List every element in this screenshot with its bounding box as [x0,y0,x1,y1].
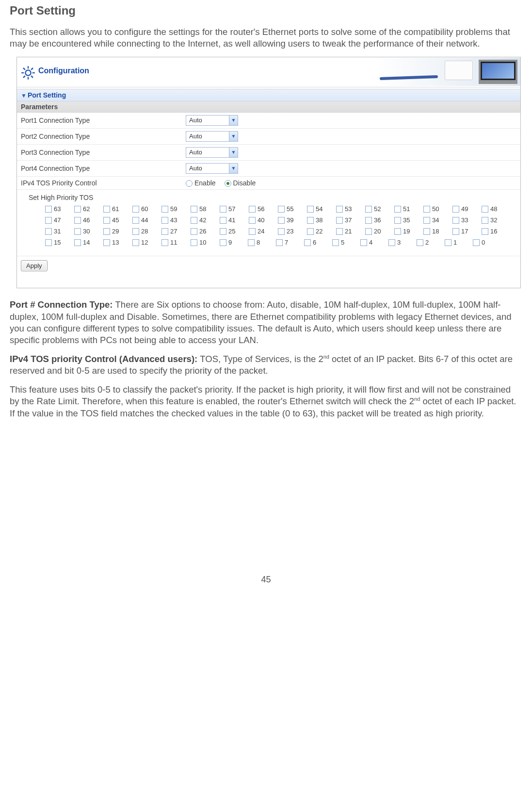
tos-checkbox-26[interactable]: 26 [191,228,220,235]
tos-checkbox-28[interactable]: 28 [132,228,161,235]
tos-value-label: 41 [228,216,235,224]
chevron-down-icon: ▼ [229,116,238,125]
tos-checkbox-3[interactable]: 3 [388,239,417,246]
checkbox-icon [249,206,256,213]
tos-checkbox-11[interactable]: 11 [161,239,191,246]
select-port4[interactable]: Auto ▼ [186,163,238,174]
tos-checkbox-20[interactable]: 20 [365,228,394,235]
tos-checkbox-55[interactable]: 55 [278,205,307,213]
checkbox-icon [307,228,314,235]
tos-checkbox-37[interactable]: 37 [336,216,365,224]
tos-checkbox-60[interactable]: 60 [132,205,161,213]
tos-checkbox-36[interactable]: 36 [365,216,394,224]
tos-checkbox-62[interactable]: 62 [74,205,103,213]
checkbox-icon [388,239,395,246]
tos-checkbox-40[interactable]: 40 [249,216,278,224]
tos-checkbox-47[interactable]: 47 [45,216,74,224]
tos-checkbox-35[interactable]: 35 [394,216,423,224]
tos-checkbox-13[interactable]: 13 [103,239,132,246]
tos-checkbox-52[interactable]: 52 [365,205,394,213]
tos-checkbox-27[interactable]: 27 [161,228,191,235]
tos-value-label: 18 [432,228,439,235]
tos-checkbox-38[interactable]: 38 [307,216,336,224]
tos-checkbox-8[interactable]: 8 [248,239,276,246]
tos-checkbox-50[interactable]: 50 [423,205,452,213]
tos-checkbox-57[interactable]: 57 [220,205,249,213]
tos-checkbox-25[interactable]: 25 [220,228,249,235]
label-port1: Port1 Connection Type [21,116,186,124]
tos-checkbox-16[interactable]: 16 [482,228,511,235]
checkbox-icon [103,217,110,224]
tos-checkbox-45[interactable]: 45 [103,216,132,224]
tos-checkbox-9[interactable]: 9 [220,239,248,246]
tos-checkbox-1[interactable]: 1 [445,239,473,246]
tos-row: 47464544434241403938373635343332 [21,216,516,224]
tos-checkbox-6[interactable]: 6 [304,239,332,246]
checkbox-icon [278,228,285,235]
tos-checkbox-24[interactable]: 24 [249,228,278,235]
row-tos-control: IPv4 TOS Priority Control Enable Disable [17,177,520,190]
checkbox-icon [45,206,52,213]
tos-checkbox-17[interactable]: 17 [452,228,482,235]
tos-checkbox-49[interactable]: 49 [452,205,482,213]
select-port1[interactable]: Auto ▼ [186,115,238,126]
tos-value-label: 53 [345,205,352,213]
tos-checkbox-44[interactable]: 44 [132,216,161,224]
tos-value-label: 25 [228,228,235,235]
tos-value-label: 39 [287,216,293,224]
tos-checkbox-15[interactable]: 15 [45,239,74,246]
tos-checkbox-5[interactable]: 5 [332,239,360,246]
explain-tos-detail: This feature uses bits 0-5 to classify t… [10,384,522,419]
tos-checkbox-33[interactable]: 33 [452,216,482,224]
section-title: Port Setting [28,91,66,99]
tos-checkbox-39[interactable]: 39 [278,216,307,224]
tos-checkbox-48[interactable]: 48 [482,205,511,213]
tos-checkbox-58[interactable]: 58 [191,205,220,213]
checkbox-icon [452,206,459,213]
radio-disable-wrap[interactable]: Disable [225,179,256,187]
tos-checkbox-14[interactable]: 14 [74,239,103,246]
label-port3: Port3 Connection Type [21,149,186,156]
select-port2[interactable]: Auto ▼ [186,131,238,142]
tos-checkbox-23[interactable]: 23 [278,228,307,235]
tos-checkbox-7[interactable]: 7 [276,239,304,246]
tos-checkbox-51[interactable]: 51 [394,205,423,213]
tos-checkbox-18[interactable]: 18 [423,228,452,235]
tos-checkbox-59[interactable]: 59 [161,205,191,213]
tos-value-label: 10 [199,239,206,246]
checkbox-icon [220,217,226,224]
select-port3[interactable]: Auto ▼ [186,147,238,158]
tos-checkbox-30[interactable]: 30 [74,228,103,235]
tos-checkbox-42[interactable]: 42 [191,216,220,224]
tos-checkbox-2[interactable]: 2 [417,239,445,246]
tos-checkbox-54[interactable]: 54 [307,205,336,213]
tos-checkbox-10[interactable]: 10 [191,239,220,246]
tos-checkbox-19[interactable]: 19 [394,228,423,235]
tos-checkbox-32[interactable]: 32 [482,216,511,224]
checkbox-icon [482,206,488,213]
tos-value-label: 17 [461,228,468,235]
tos-checkbox-46[interactable]: 46 [74,216,103,224]
tos-checkbox-4[interactable]: 4 [360,239,388,246]
tos-checkbox-31[interactable]: 31 [45,228,74,235]
tos-value-label: 63 [54,205,61,213]
apply-button[interactable]: Apply [21,260,48,271]
tos-checkbox-43[interactable]: 43 [161,216,191,224]
tos-value-label: 0 [482,239,485,246]
tos-checkbox-53[interactable]: 53 [336,205,365,213]
tos-checkbox-41[interactable]: 41 [220,216,249,224]
tos-checkbox-0[interactable]: 0 [473,239,501,246]
row-port2: Port2 Connection Type Auto ▼ [17,129,520,145]
tos-value-label: 54 [316,205,322,213]
tos-checkbox-61[interactable]: 61 [103,205,132,213]
tos-checkbox-12[interactable]: 12 [132,239,161,246]
tos-checkbox-56[interactable]: 56 [249,205,278,213]
tos-title: Set High Priority TOS [21,192,516,205]
tos-checkbox-29[interactable]: 29 [103,228,132,235]
section-bar-port-setting[interactable]: ▼Port Setting [17,89,520,101]
radio-enable-wrap[interactable]: Enable [186,179,216,187]
tos-checkbox-21[interactable]: 21 [336,228,365,235]
tos-checkbox-22[interactable]: 22 [307,228,336,235]
tos-checkbox-63[interactable]: 63 [45,205,74,213]
tos-checkbox-34[interactable]: 34 [423,216,452,224]
